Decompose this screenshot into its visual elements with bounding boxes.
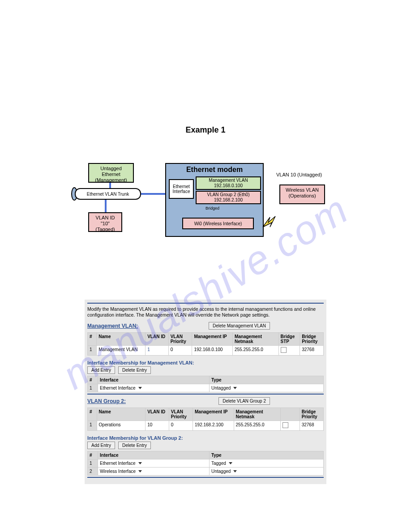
- chevron-down-icon: [233, 387, 237, 389]
- vlan-group-2-table: # Name VLAN ID VLANPriority Management I…: [87, 408, 324, 431]
- vlan-id-10-box: VLAN ID"10"(Tagged): [88, 212, 122, 232]
- ethernet-vlan-trunk: Ethernet VLAN Trunk: [75, 188, 141, 200]
- delete-management-vlan-button[interactable]: Delete Management VLAN: [209, 322, 270, 330]
- col-num: #: [88, 376, 98, 384]
- cell-vlan-priority[interactable]: 0: [168, 346, 192, 356]
- chevron-down-icon: [138, 387, 142, 389]
- interface-membership-mgmt-title: Interface Membership for Management VLAN…: [87, 360, 324, 365]
- description-text: Modify the Management VLAN as required t…: [87, 306, 324, 317]
- table-row: 1 Operations 10 0 192.168.2.100 255.255.…: [88, 421, 324, 431]
- vlan-10-untagged-label: VLAN 10 (Untagged): [276, 172, 322, 177]
- col-vlan-id: VLAN ID: [146, 333, 169, 346]
- table-row: 1 Ethernet Interface Tagged: [88, 459, 324, 468]
- col-mgmt-netmask: ManagementNetmask: [232, 333, 278, 346]
- mgmt-interface-membership-table: # Interface Type 1 Ethernet Interface Un…: [87, 376, 324, 392]
- checkbox[interactable]: [283, 422, 288, 428]
- col-type: Type: [210, 451, 324, 459]
- cell-bridge-priority[interactable]: 32768: [300, 421, 323, 431]
- cell-num: 1: [88, 459, 98, 468]
- cell-bridge-stp[interactable]: [278, 346, 300, 356]
- management-vlan-table: # Name VLAN ID VLANPriority Management I…: [87, 332, 324, 356]
- management-vlan-box: Management VLAN192.168.0.100: [196, 176, 261, 190]
- management-vlan-link[interactable]: Management VLAN:: [87, 323, 138, 329]
- table-row: 1 Management VLAN 1 0 192.168.0.100 255.…: [88, 346, 324, 356]
- cell-vlan-priority[interactable]: 0: [169, 421, 193, 431]
- cell-bridge-priority[interactable]: 32768: [300, 346, 324, 356]
- chevron-down-icon: [138, 470, 142, 472]
- cell-mgmt-netmask[interactable]: 255.255.255.0: [232, 346, 278, 356]
- cell-interface[interactable]: Wireless Interface: [98, 468, 210, 476]
- connector: [105, 200, 107, 212]
- col-interface: Interface: [98, 376, 210, 384]
- col-mgmt-ip: Management IP: [193, 408, 234, 421]
- col-vlan-id: VLAN ID: [146, 408, 169, 421]
- cell-mgmt-ip[interactable]: 192.168.0.100: [192, 346, 233, 356]
- cell-name[interactable]: Management VLAN: [97, 346, 146, 356]
- cell-vlan-id[interactable]: 10: [146, 421, 169, 431]
- vlan-group-2-link[interactable]: VLAN Group 2:: [87, 398, 126, 404]
- col-bridge-priority: BridgePriority: [300, 408, 323, 421]
- delete-entry-button[interactable]: Delete Entry: [118, 366, 151, 374]
- col-bridge-stp: [280, 408, 300, 421]
- cell-interface[interactable]: Ethernet Interface: [98, 384, 210, 392]
- cell-bridge-stp[interactable]: [280, 421, 300, 431]
- col-name: Name: [97, 408, 146, 421]
- ethernet-modem-box: Ethernet modem EthernetInterface Managem…: [165, 163, 264, 237]
- example-title: Example 1: [0, 125, 411, 135]
- col-name: Name: [97, 333, 146, 346]
- add-entry-button[interactable]: Add Entry: [87, 366, 115, 374]
- table-row: 2 Wireless Interface Untagged: [88, 468, 324, 476]
- cell-mgmt-ip[interactable]: 192.168.2.100: [193, 421, 234, 431]
- col-bridge-stp: BridgeSTP: [278, 333, 300, 346]
- col-num: #: [88, 451, 98, 459]
- table-row: 1 Ethernet Interface Untagged: [88, 384, 324, 392]
- divider: [87, 477, 324, 478]
- chevron-down-icon: [233, 470, 237, 472]
- add-entry-button[interactable]: Add Entry: [87, 442, 115, 449]
- cell-type[interactable]: Tagged: [210, 459, 324, 468]
- divider: [87, 394, 324, 395]
- cell-vlan-id[interactable]: 1: [146, 346, 169, 356]
- col-mgmt-ip: Management IP: [192, 333, 233, 346]
- vg2-interface-membership-table: # Interface Type 1 Ethernet Interface Ta…: [87, 451, 324, 476]
- chevron-down-icon: [138, 462, 142, 464]
- svg-marker-0: [263, 216, 275, 227]
- bridged-label: Bridged: [206, 206, 219, 210]
- cell-mgmt-netmask[interactable]: 255.255.255.0: [234, 421, 280, 431]
- lightning-icon: [260, 214, 280, 233]
- cell-type[interactable]: Untagged: [210, 384, 324, 392]
- cell-interface[interactable]: Ethernet Interface: [98, 459, 210, 468]
- checkbox[interactable]: [281, 347, 287, 353]
- col-type: Type: [210, 376, 324, 384]
- cell-num: 1: [88, 421, 97, 431]
- config-panel: Modify the Management VLAN as required t…: [85, 300, 326, 484]
- delete-vlan-group-2-button[interactable]: Delete VLAN Group 2: [218, 397, 270, 405]
- col-num: #: [88, 408, 97, 421]
- wi0-box: Wi0 (Wireless Interface): [182, 218, 254, 229]
- ethernet-interface-box: EthernetInterface: [169, 179, 194, 199]
- col-mgmt-netmask: ManagementNetmask: [234, 408, 280, 421]
- ethernet-modem-title: Ethernet modem: [166, 164, 263, 175]
- chevron-down-icon: [229, 462, 232, 464]
- divider: [87, 303, 324, 304]
- cell-num: 1: [88, 346, 97, 356]
- interface-membership-vg2-title: Interface Membership for VLAN Group 2:: [87, 435, 324, 441]
- wireless-vlan-box: Wireless VLAN(Operations): [279, 184, 325, 204]
- diagram: UntaggedEthernet(Management) Ethernet VL…: [67, 143, 344, 246]
- col-vlan-priority: VLANPriority: [169, 408, 193, 421]
- col-interface: Interface: [98, 451, 210, 459]
- cell-name[interactable]: Operations: [97, 421, 146, 431]
- col-vlan-priority: VLANPriority: [168, 333, 192, 346]
- delete-entry-button[interactable]: Delete Entry: [118, 442, 151, 449]
- col-num: #: [88, 333, 97, 346]
- cell-num: 1: [88, 384, 98, 392]
- col-bridge-priority: BridgePriority: [300, 333, 324, 346]
- cell-type[interactable]: Untagged: [210, 468, 324, 476]
- untagged-ethernet-box: UntaggedEthernet(Management): [88, 163, 134, 183]
- cell-num: 2: [88, 468, 98, 476]
- vlan-group-2-box: VLAN Group 2 (Eth0)192.168.2.100: [196, 191, 261, 204]
